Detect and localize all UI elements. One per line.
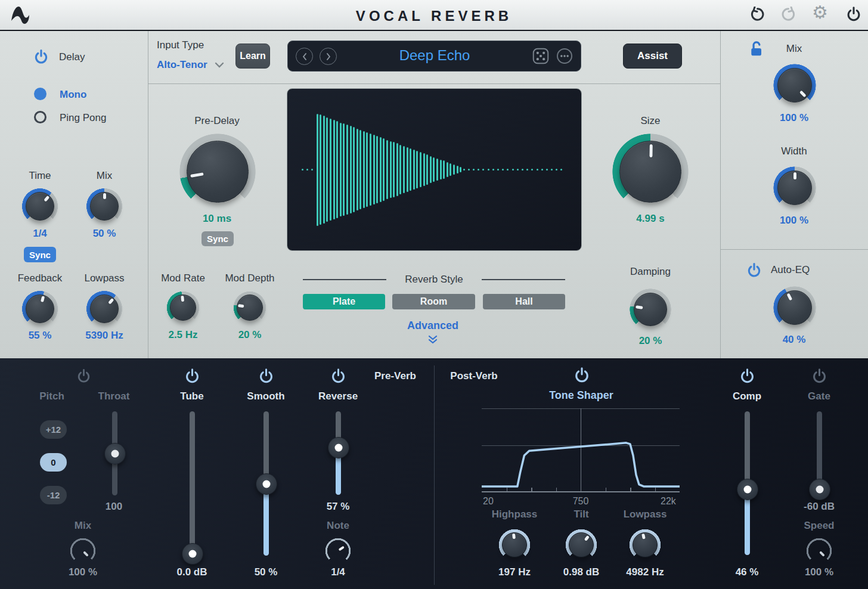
assist-button[interactable]: Assist bbox=[623, 44, 682, 69]
damping-knob[interactable] bbox=[628, 287, 672, 331]
undo-icon[interactable] bbox=[749, 7, 765, 23]
highpass-value: 197 Hz bbox=[498, 566, 531, 578]
pitch-minus12-button[interactable]: -12 bbox=[40, 486, 67, 504]
tone-lowpass-label: Lowpass bbox=[624, 509, 667, 520]
tone-shaper-graph bbox=[482, 408, 680, 492]
comp-power-icon[interactable] bbox=[739, 368, 755, 385]
waveform-dot bbox=[463, 169, 465, 170]
speed-knob[interactable] bbox=[806, 538, 832, 564]
waveform-bar bbox=[383, 138, 385, 201]
waveform-bar bbox=[317, 114, 318, 226]
style-room-button[interactable]: Room bbox=[392, 294, 475, 309]
highpass-knob[interactable] bbox=[498, 528, 531, 562]
preset-next-button[interactable] bbox=[320, 48, 337, 65]
time-knob[interactable] bbox=[21, 187, 59, 225]
delay-lowpass-knob[interactable] bbox=[85, 290, 123, 328]
pre-delay-value: 10 ms bbox=[203, 213, 231, 225]
note-label: Note bbox=[327, 520, 349, 532]
smooth-power-icon[interactable] bbox=[258, 368, 274, 385]
delay-lowpass-value: 5390 Hz bbox=[85, 330, 123, 342]
time-value: 1/4 bbox=[33, 228, 47, 240]
note-knob[interactable] bbox=[325, 538, 351, 564]
waveform-bar bbox=[330, 119, 331, 221]
mod-rate-knob[interactable] bbox=[166, 290, 200, 325]
learn-button[interactable]: Learn bbox=[235, 44, 270, 69]
size-value: 4.99 s bbox=[636, 213, 664, 225]
throat-label: Throat bbox=[98, 390, 130, 402]
input-type-value: Alto-Tenor bbox=[157, 59, 207, 70]
delay-sync-button[interactable]: Sync bbox=[24, 247, 56, 262]
output-mix-value: 100 % bbox=[780, 112, 808, 124]
delay-power-icon[interactable] bbox=[33, 49, 49, 65]
feedback-label: Feedback bbox=[18, 272, 63, 284]
waveform-dot bbox=[517, 169, 519, 170]
chevron-down-icon bbox=[215, 62, 224, 68]
waveform-bar bbox=[403, 146, 405, 193]
waveform-bar bbox=[407, 147, 408, 192]
tone-lowpass-knob[interactable] bbox=[628, 528, 662, 562]
delay-title: Delay bbox=[59, 51, 85, 63]
tone-shaper-power-icon[interactable] bbox=[574, 367, 590, 384]
style-hall-button[interactable]: Hall bbox=[483, 294, 565, 309]
preset-prev-button[interactable] bbox=[296, 48, 313, 65]
pre-delay-sync-button[interactable]: Sync bbox=[202, 231, 234, 246]
delay-mix-knob[interactable] bbox=[85, 187, 123, 225]
ping-pong-radio[interactable] bbox=[34, 111, 46, 123]
waveform-dot bbox=[526, 169, 528, 170]
mod-rate-value: 2.5 Hz bbox=[168, 329, 197, 341]
advanced-double-chevron-icon[interactable] bbox=[427, 335, 439, 345]
settings-gear-icon[interactable]: ⚙ bbox=[812, 4, 828, 21]
waveform-bar bbox=[390, 141, 392, 199]
pitch-plus12-button[interactable]: +12 bbox=[40, 420, 67, 439]
tube-power-icon[interactable] bbox=[184, 368, 200, 385]
lock-open-icon[interactable] bbox=[750, 41, 764, 57]
pitch-zero-button[interactable]: 0 bbox=[40, 453, 67, 472]
style-plate-button[interactable]: Plate bbox=[303, 294, 385, 309]
reverb-decay-display bbox=[287, 88, 582, 251]
waveform-dot bbox=[311, 169, 313, 170]
preset-bar: Deep Echo bbox=[287, 41, 581, 72]
mod-depth-knob[interactable] bbox=[232, 290, 267, 325]
pre-delay-knob[interactable] bbox=[177, 131, 258, 212]
waveform-dot bbox=[478, 169, 479, 170]
waveform-dot bbox=[502, 169, 504, 170]
advanced-link[interactable]: Advanced bbox=[407, 320, 458, 332]
output-mix-knob[interactable] bbox=[772, 63, 817, 108]
gate-power-icon[interactable] bbox=[811, 368, 827, 385]
pitch-mix-knob[interactable] bbox=[70, 538, 96, 564]
waveform-bar bbox=[333, 120, 335, 219]
auto-eq-power-icon[interactable] bbox=[746, 262, 762, 278]
preset-name[interactable]: Deep Echo bbox=[399, 47, 470, 64]
delay-mix-value: 50 % bbox=[93, 228, 116, 240]
comp-slider[interactable] bbox=[736, 411, 758, 555]
gate-slider[interactable] bbox=[808, 411, 830, 491]
input-type-dropdown[interactable]: Alto-Tenor bbox=[157, 59, 224, 71]
gate-value: -60 dB bbox=[804, 501, 835, 513]
reverse-power-icon[interactable] bbox=[330, 368, 346, 385]
chevron-left-icon bbox=[303, 54, 306, 60]
feedback-knob[interactable] bbox=[21, 290, 59, 328]
tube-slider[interactable] bbox=[181, 411, 203, 556]
tilt-knob[interactable] bbox=[565, 528, 598, 562]
comp-label: Comp bbox=[733, 390, 761, 402]
size-knob[interactable] bbox=[610, 131, 691, 212]
waveform-bar bbox=[393, 142, 395, 197]
auto-eq-knob[interactable] bbox=[772, 285, 817, 330]
randomize-dice-icon[interactable] bbox=[532, 48, 549, 64]
throat-slider[interactable] bbox=[104, 411, 125, 495]
mono-radio[interactable] bbox=[34, 88, 46, 100]
width-knob[interactable] bbox=[772, 165, 817, 210]
mono-label: Mono bbox=[60, 89, 86, 101]
smooth-value: 50 % bbox=[255, 566, 278, 578]
preset-menu-ellipsis-icon[interactable] bbox=[556, 48, 573, 64]
reverse-slider[interactable] bbox=[327, 411, 349, 495]
pitch-power-icon[interactable] bbox=[76, 368, 91, 384]
smooth-slider[interactable] bbox=[255, 411, 277, 556]
waveform-dot bbox=[522, 169, 523, 170]
power-icon[interactable] bbox=[845, 6, 862, 23]
redo-icon[interactable] bbox=[780, 7, 797, 23]
plugin-title: VOCAL REVERB bbox=[356, 8, 512, 24]
delay-lowpass-label: Lowpass bbox=[84, 272, 124, 284]
waveform-dot bbox=[541, 169, 543, 170]
waveform-bar bbox=[343, 123, 345, 215]
